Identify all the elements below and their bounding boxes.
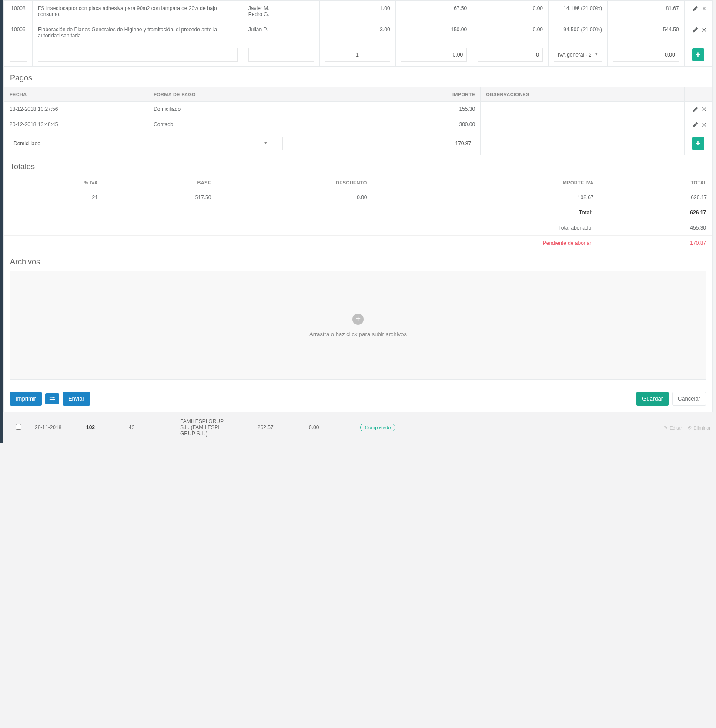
plus-circle-icon: ✚ <box>696 51 700 59</box>
eliminar-link[interactable]: ⊘Eliminar <box>688 425 711 431</box>
edit-icon[interactable] <box>693 5 698 11</box>
pago-forma: Contado <box>148 117 277 132</box>
enviar-button[interactable]: Enviar <box>63 392 90 406</box>
new-line-desc-input[interactable] <box>38 48 238 62</box>
new-line-row: IVA general - 21 ✚ <box>4 43 712 67</box>
delete-icon[interactable] <box>702 5 706 11</box>
bg-col6: 0.00 <box>309 424 357 431</box>
bg-client: FAMILESPI GRUP S.L. (FAMILESPI GRUP S.L.… <box>180 418 254 437</box>
table-row: 10008 FS Insectocaptor con placa adhesiv… <box>4 1 712 22</box>
tot-pct: 21 <box>4 190 103 205</box>
summary-total-label: Total: <box>4 205 599 220</box>
bg-fecha: 28-11-2018 <box>35 424 83 431</box>
col-forma: FORMA DE PAGO <box>148 87 277 102</box>
line-iva: 14.18€ (21.00%) <box>549 1 608 22</box>
line-code: 10006 <box>4 22 33 43</box>
summary-abonado-label: Total abonado: <box>4 220 599 236</box>
lines-table: 10008 FS Insectocaptor con placa adhesiv… <box>4 0 712 67</box>
pago-fecha: 18-12-2018 10:27:56 <box>4 102 148 117</box>
col-pct-iva: % IVA <box>4 176 103 190</box>
line-price: 67.50 <box>395 1 472 22</box>
line-discount: 0.00 <box>472 1 549 22</box>
tot-base: 517.50 <box>103 190 216 205</box>
plus-circle-icon: + <box>352 314 364 325</box>
col-base: BASE <box>103 176 216 190</box>
editar-link[interactable]: ✎Editar <box>664 425 682 431</box>
totales-summary: Total: 626.17 Total abonado: 455.30 Pend… <box>4 205 712 250</box>
col-descuento: DESCUENTO <box>216 176 372 190</box>
edit-icon[interactable] <box>693 121 698 127</box>
new-pago-importe-input[interactable] <box>282 137 475 150</box>
line-code: 10008 <box>4 1 33 22</box>
new-line-subtotal-input[interactable] <box>613 48 679 62</box>
edit-icon[interactable] <box>693 106 698 112</box>
pago-obs <box>481 102 684 117</box>
ban-icon: ⊘ <box>688 425 692 431</box>
background-list: 28-11-2018 102 43 FAMILESPI GRUP S.L. (F… <box>0 412 716 443</box>
line-qty: 1.00 <box>319 1 395 22</box>
edit-icon: ✎ <box>664 425 668 431</box>
summary-pendiente-value: 170.87 <box>599 236 712 251</box>
line-price: 150.00 <box>395 22 472 43</box>
line-desc: Elaboración de Planes Generales de Higie… <box>33 22 243 43</box>
imprimir-button[interactable]: Imprimir <box>10 392 42 406</box>
new-line-code-input[interactable] <box>10 48 27 62</box>
add-pago-button[interactable]: ✚ <box>692 137 704 150</box>
summary-pendiente-label: Pendiente de abonar: <box>4 236 599 251</box>
col-obs: OBSERVACIONES <box>481 87 684 102</box>
new-pago-row: Domiciliado ✚ <box>4 132 712 155</box>
table-row: 18-12-2018 10:27:56 Domiciliado 155.30 <box>4 102 712 117</box>
row-checkbox[interactable] <box>16 424 21 430</box>
plus-circle-icon: ✚ <box>696 140 700 147</box>
archivos-title: Archivos <box>4 250 712 271</box>
col-importe-iva: IMPORTE IVA <box>372 176 599 190</box>
table-row: 20-12-2018 13:48:45 Contado 300.00 <box>4 117 712 132</box>
col-fecha: FECHA <box>4 87 148 102</box>
col-importe: IMPORTE <box>277 87 480 102</box>
new-line-iva-select[interactable]: IVA general - 21 <box>554 48 602 62</box>
print-options-button[interactable] <box>45 393 59 405</box>
pagos-title: Pagos <box>4 67 712 87</box>
new-line-qty-input[interactable] <box>325 48 390 62</box>
pago-fecha: 20-12-2018 13:48:45 <box>4 117 148 132</box>
tot-total: 626.17 <box>599 190 712 205</box>
bg-importe: 262.57 <box>258 424 305 431</box>
new-line-discount-input[interactable] <box>478 48 543 62</box>
line-iva: 94.50€ (21.00%) <box>549 22 608 43</box>
edit-icon[interactable] <box>693 27 698 33</box>
totales-title: Totales <box>4 155 712 176</box>
table-row: 10006 Elaboración de Planes Generales de… <box>4 22 712 43</box>
delete-icon[interactable] <box>702 121 706 127</box>
summary-total-value: 626.17 <box>599 205 712 220</box>
svg-point-1 <box>51 399 52 400</box>
pago-importe: 300.00 <box>277 117 480 132</box>
line-subtotal: 544.50 <box>608 22 685 43</box>
delete-icon[interactable] <box>702 106 706 112</box>
modal-footer: Imprimir Enviar Guardar Cancelar <box>4 386 712 412</box>
file-dropzone[interactable]: + Arrastra o haz click para subir archiv… <box>10 271 706 380</box>
line-tech: Javier M. Pedro G. <box>243 1 319 22</box>
pago-forma: Domiciliado <box>148 102 277 117</box>
line-tech: Julián P. <box>243 22 319 43</box>
new-line-price-input[interactable] <box>401 48 467 62</box>
new-line-tech-input[interactable] <box>248 48 314 62</box>
svg-point-0 <box>52 397 54 398</box>
cancelar-button[interactable]: Cancelar <box>672 392 706 406</box>
col-total: TOTAL <box>599 176 712 190</box>
pago-obs <box>481 117 684 132</box>
pago-importe: 155.30 <box>277 102 480 117</box>
guardar-button[interactable]: Guardar <box>636 392 669 406</box>
status-badge: Completado <box>360 424 395 431</box>
line-desc: FS Insectocaptor con placa adhesiva para… <box>33 1 243 22</box>
delete-icon[interactable] <box>702 27 706 33</box>
line-discount: 0.00 <box>472 22 549 43</box>
new-pago-forma-select[interactable]: Domiciliado <box>10 137 271 150</box>
svg-point-2 <box>53 400 54 401</box>
new-pago-obs-input[interactable] <box>486 137 679 150</box>
sliders-icon <box>49 395 55 403</box>
dropzone-text: Arrastra o haz click para subir archivos <box>309 331 407 337</box>
table-row: 28-11-2018 102 43 FAMILESPI GRUP S.L. (F… <box>0 417 716 438</box>
tot-desc: 0.00 <box>216 190 372 205</box>
add-line-button[interactable]: ✚ <box>692 48 704 61</box>
bg-num: 102 <box>86 424 125 431</box>
